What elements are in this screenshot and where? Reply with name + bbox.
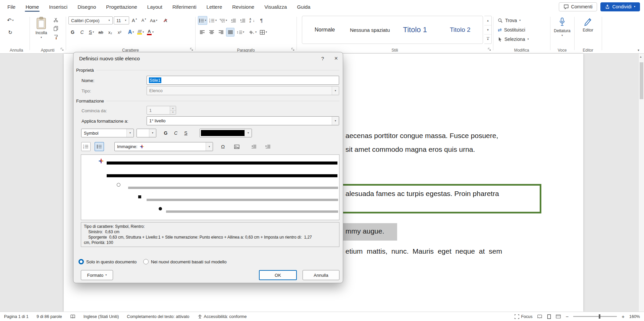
page-indicator[interactable]: Pagina 1 di 1	[4, 314, 29, 319]
only-this-document-label[interactable]: Solo in questo documento	[86, 259, 137, 264]
insert-picture-button[interactable]	[232, 142, 241, 151]
cancel-button[interactable]: Annulla	[303, 270, 339, 280]
document-text-line[interactable]: etium mattis, nunc. Mauris eget neque at…	[345, 247, 502, 255]
find-button[interactable]: Trova ▾	[496, 16, 521, 25]
tab-inserisci[interactable]: Inserisci	[48, 1, 68, 12]
format-painter-button[interactable]	[52, 34, 60, 41]
image-bullet-select[interactable]: Immagine: ▾	[114, 142, 213, 151]
styles-gallery-more[interactable]: ▾	[484, 35, 491, 44]
shrink-font-button[interactable]: A▾	[140, 16, 148, 25]
document-text-line[interactable]: sit amet commodo magna eros quis urna.	[345, 145, 475, 153]
proofing-status[interactable]	[70, 314, 75, 319]
font-dialog-launcher[interactable]	[190, 47, 194, 52]
redo-button[interactable]: ↻	[6, 28, 14, 37]
scroll-up-icon[interactable]: ▴	[640, 55, 642, 58]
tab-progettazione[interactable]: Progettazione	[105, 1, 138, 12]
document-text-boxed-line[interactable]: alesuada fames ac turpis egestas. Proin …	[345, 190, 499, 198]
bullets-button[interactable]: ▾	[198, 16, 207, 25]
font-name-select[interactable]: Calibri (Corpo)▾	[68, 16, 113, 24]
zoom-in-button[interactable]: +	[622, 314, 625, 319]
undo-button[interactable]: ↶▾	[6, 16, 14, 25]
font-size-select[interactable]: 11▾	[114, 16, 129, 24]
new-documents-radio[interactable]	[143, 259, 149, 264]
comments-button[interactable]: Commenti	[559, 2, 597, 11]
increase-indent-button[interactable]	[238, 16, 247, 25]
multilevel-list-button[interactable]: ▾	[219, 16, 228, 25]
only-this-document-radio[interactable]	[78, 259, 84, 264]
tab-layout[interactable]: Layout	[147, 1, 163, 12]
superscript-button[interactable]: x²	[115, 28, 124, 37]
decrease-indent-button[interactable]	[229, 16, 237, 25]
dialog-underline-button[interactable]: S	[181, 129, 190, 137]
document-text-highlighted[interactable]: mmy augue.	[345, 227, 384, 235]
accessibility-status[interactable]: Accessibilità: conforme	[198, 314, 247, 319]
symbol-button[interactable]: Ω	[218, 142, 227, 151]
replace-button[interactable]: ⇄ Sostituisci	[496, 25, 525, 34]
paragraph-dialog-launcher[interactable]	[291, 47, 295, 52]
tab-file[interactable]: File	[7, 1, 16, 12]
text-completion-indicator[interactable]: Completamento del testo: attivato	[127, 314, 189, 319]
font-color-button[interactable]: A▾	[146, 28, 155, 37]
bullet-color-select[interactable]: ▾	[200, 129, 252, 137]
zoom-slider-thumb[interactable]	[599, 314, 600, 319]
grow-font-button[interactable]: A▴	[130, 16, 139, 25]
justify-button[interactable]	[226, 28, 234, 37]
line-spacing-button[interactable]: ↕▾	[235, 28, 245, 37]
clipboard-dialog-launcher[interactable]	[60, 47, 64, 52]
read-mode-button[interactable]	[537, 314, 542, 319]
dialog-decrease-indent-button[interactable]	[249, 142, 259, 151]
tab-riferimenti[interactable]: Riferimenti	[172, 1, 197, 12]
cut-button[interactable]	[52, 16, 60, 23]
shading-button[interactable]: ▾	[248, 28, 258, 37]
dialog-bold-button[interactable]: G	[161, 129, 170, 137]
style-titolo-1[interactable]: Titolo 1	[392, 16, 438, 44]
web-layout-button[interactable]	[556, 314, 561, 319]
style-normale[interactable]: Normale	[302, 16, 347, 44]
tab-visualizza[interactable]: Visualizza	[264, 1, 287, 12]
bullet-font-select[interactable]: Symbol ▾	[81, 129, 134, 137]
ok-button[interactable]: OK	[259, 270, 297, 280]
apply-to-select[interactable]: 1° livello ▾	[147, 116, 339, 125]
align-left-button[interactable]	[198, 28, 206, 37]
underline-button[interactable]: S▾	[87, 28, 96, 37]
collapse-ribbon-button[interactable]: ▾	[638, 48, 639, 52]
style-nessuna-spaziatura[interactable]: Nessuna spaziatu	[347, 16, 393, 44]
styles-scroll-up[interactable]: ▴	[484, 16, 491, 25]
sort-button[interactable]: AZ↓	[248, 16, 256, 25]
dictate-button[interactable]: Dettatura ▾	[553, 15, 571, 45]
zoom-level[interactable]: 160%	[629, 314, 640, 319]
new-documents-label[interactable]: Nei nuovi documenti basati sul modello	[151, 259, 226, 264]
document-text-line[interactable]: aecenas porttitor congue massa. Fusce po…	[345, 132, 498, 140]
tab-disegno[interactable]: Disegno	[77, 1, 97, 12]
bullet-size-select[interactable]: ▾	[137, 129, 156, 137]
borders-button[interactable]: ▾	[259, 28, 268, 37]
scrollbar-thumb[interactable]	[640, 62, 643, 99]
bold-button[interactable]: G	[68, 28, 77, 37]
clear-formatting-button[interactable]: A	[161, 16, 170, 25]
strikethrough-button[interactable]: ab	[97, 28, 105, 37]
tab-guida[interactable]: Guida	[296, 1, 311, 12]
zoom-out-button[interactable]: −	[566, 314, 569, 319]
dialog-numbering-button[interactable]: 123	[81, 142, 91, 151]
dialog-close-button[interactable]: ×	[329, 52, 343, 64]
select-button[interactable]: Seleziona ▾	[496, 35, 529, 44]
tab-lettere[interactable]: Lettere	[206, 1, 223, 12]
subscript-button[interactable]: x₂	[106, 28, 114, 37]
focus-mode-button[interactable]: Focus	[515, 314, 532, 319]
format-button[interactable]: Formato▾	[81, 270, 113, 280]
show-formatting-button[interactable]: ¶	[257, 16, 266, 25]
editor-button[interactable]: Editor	[579, 15, 597, 45]
zoom-slider[interactable]	[573, 316, 617, 317]
align-right-button[interactable]	[217, 28, 225, 37]
vertical-scrollbar[interactable]: ▴	[638, 54, 644, 312]
word-count[interactable]: 9 di 86 parole	[37, 314, 62, 319]
styles-scroll-down[interactable]: ▾	[484, 25, 491, 35]
dialog-increase-indent-button[interactable]	[263, 142, 273, 151]
highlight-button[interactable]: ▾	[136, 28, 145, 37]
style-titolo-2[interactable]: Titolo 2	[438, 16, 483, 44]
copy-button[interactable]	[52, 25, 60, 32]
share-button[interactable]: Condividi ▾	[600, 2, 640, 11]
tab-revisione[interactable]: Revisione	[231, 1, 255, 12]
dialog-bullets-button[interactable]	[95, 142, 104, 151]
change-case-button[interactable]: Aa▾	[149, 16, 158, 25]
